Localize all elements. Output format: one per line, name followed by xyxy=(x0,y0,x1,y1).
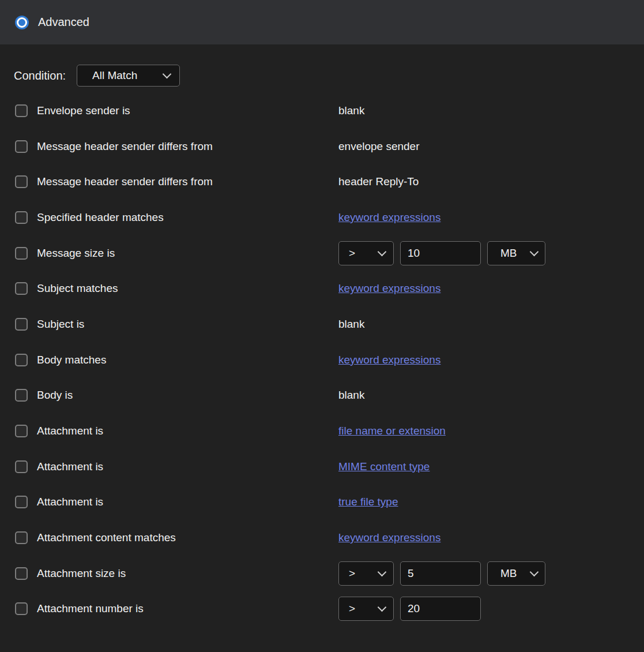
row-checkbox[interactable] xyxy=(15,282,28,295)
row-header-sender-differs-envelope: Message header sender differs from envel… xyxy=(0,129,644,164)
row-body-is: Body is blank xyxy=(0,378,644,414)
row-label: Envelope sender is xyxy=(37,104,130,117)
row-attachment-content-matches: Attachment content matches keyword expre… xyxy=(0,520,644,556)
row-attachment-mime: Attachment is MIME content type xyxy=(0,449,644,485)
row-checkbox[interactable] xyxy=(15,531,28,544)
row-label: Attachment is xyxy=(37,496,103,508)
attachment-size-input[interactable] xyxy=(400,561,481,586)
row-value: envelope sender xyxy=(338,140,420,153)
row-checkbox[interactable] xyxy=(15,354,28,366)
keyword-expressions-link[interactable]: keyword expressions xyxy=(338,531,440,544)
chevron-down-icon xyxy=(378,603,387,612)
row-checkbox[interactable] xyxy=(15,211,28,224)
filter-conditions-list: Envelope sender is blank Message header … xyxy=(0,93,644,627)
row-label: Message header sender differs from xyxy=(37,175,213,188)
advanced-radio[interactable] xyxy=(15,16,29,29)
row-label: Message size is xyxy=(37,247,115,260)
comparator-value: > xyxy=(349,567,355,580)
row-envelope-sender: Envelope sender is blank xyxy=(0,93,644,129)
row-checkbox[interactable] xyxy=(15,175,28,188)
unit-select[interactable]: MB xyxy=(487,241,545,265)
row-checkbox[interactable] xyxy=(15,425,28,437)
advanced-mode-bar: Advanced xyxy=(0,0,644,44)
comparator-value: > xyxy=(349,602,355,615)
row-label: Subject matches xyxy=(37,282,118,295)
row-attachment-size: Attachment size is > MB xyxy=(0,556,644,591)
chevron-down-icon xyxy=(530,247,539,256)
row-value: blank xyxy=(338,104,364,117)
chevron-down-icon xyxy=(378,247,387,256)
row-label: Attachment is xyxy=(37,425,103,437)
row-body-matches: Body matches keyword expressions xyxy=(0,342,644,378)
keyword-expressions-link[interactable]: keyword expressions xyxy=(338,354,440,366)
row-message-size: Message size is > MB xyxy=(0,235,644,271)
row-attachment-true-type: Attachment is true file type xyxy=(0,485,644,520)
row-checkbox[interactable] xyxy=(15,460,28,473)
row-attachment-number: Attachment number is > xyxy=(0,591,644,627)
condition-match-value: All Match xyxy=(92,69,137,82)
row-value: blank xyxy=(338,389,364,402)
chevron-down-icon xyxy=(530,568,539,577)
advanced-radio-label: Advanced xyxy=(38,16,89,29)
message-size-input[interactable] xyxy=(400,241,481,265)
comparator-select[interactable]: > xyxy=(338,241,394,265)
mime-content-type-link[interactable]: MIME content type xyxy=(338,460,430,473)
condition-match-select[interactable]: All Match xyxy=(77,65,180,87)
unit-value: MB xyxy=(500,247,517,260)
row-label: Attachment size is xyxy=(37,567,126,580)
file-name-extension-link[interactable]: file name or extension xyxy=(338,425,446,437)
true-file-type-link[interactable]: true file type xyxy=(338,496,398,508)
row-subject-is: Subject is blank xyxy=(0,306,644,342)
row-header-sender-differs-replyto: Message header sender differs from heade… xyxy=(0,164,644,200)
row-label: Body is xyxy=(37,389,73,402)
row-checkbox[interactable] xyxy=(15,140,28,153)
chevron-down-icon xyxy=(378,568,387,577)
row-value: blank xyxy=(338,318,364,331)
row-attachment-filename: Attachment is file name or extension xyxy=(0,413,644,449)
row-label: Attachment number is xyxy=(37,602,144,615)
row-value: header Reply-To xyxy=(338,175,419,188)
attachment-number-input[interactable] xyxy=(400,597,481,621)
condition-row: Condition: All Match xyxy=(14,65,644,87)
row-checkbox[interactable] xyxy=(15,318,28,331)
row-label: Specified header matches xyxy=(37,211,164,224)
row-label: Body matches xyxy=(37,354,106,366)
row-checkbox[interactable] xyxy=(15,389,28,402)
row-checkbox[interactable] xyxy=(15,496,28,508)
row-checkbox[interactable] xyxy=(15,602,28,615)
row-label: Message header sender differs from xyxy=(37,140,213,153)
keyword-expressions-link[interactable]: keyword expressions xyxy=(338,282,440,295)
keyword-expressions-link[interactable]: keyword expressions xyxy=(338,211,440,224)
radio-selected-icon xyxy=(17,17,27,28)
comparator-select[interactable]: > xyxy=(338,597,394,621)
comparator-value: > xyxy=(349,247,355,260)
unit-select[interactable]: MB xyxy=(487,561,545,586)
row-checkbox[interactable] xyxy=(15,247,28,260)
unit-value: MB xyxy=(500,567,517,580)
row-checkbox[interactable] xyxy=(15,567,28,580)
comparator-select[interactable]: > xyxy=(338,561,394,586)
row-specified-header-matches: Specified header matches keyword express… xyxy=(0,200,644,235)
row-checkbox[interactable] xyxy=(15,104,28,117)
row-label: Attachment is xyxy=(37,460,103,473)
condition-label: Condition: xyxy=(14,69,66,83)
chevron-down-icon xyxy=(163,70,172,79)
row-subject-matches: Subject matches keyword expressions xyxy=(0,271,644,306)
row-label: Attachment content matches xyxy=(37,531,176,544)
row-label: Subject is xyxy=(37,318,84,331)
